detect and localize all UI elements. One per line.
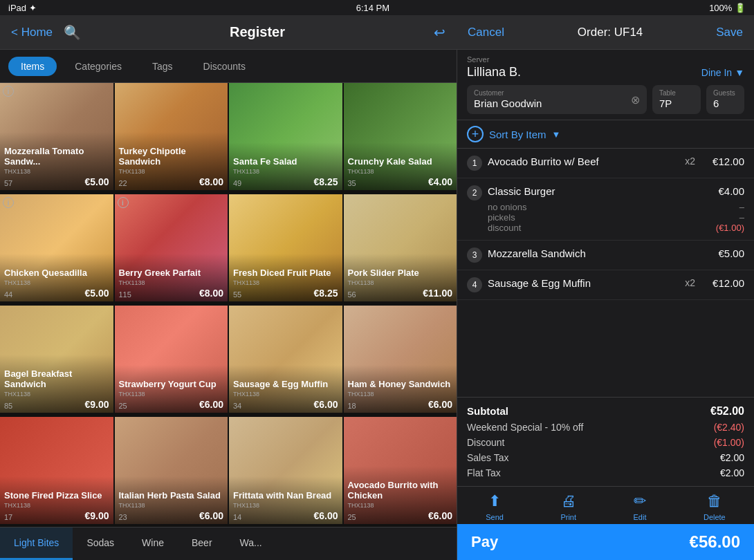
print-label: Print — [560, 513, 576, 521]
item-overlay: Frittata with Nan Bread THX1138 14 €6.00 — [229, 476, 342, 524]
category-tab[interactable]: Beer — [178, 528, 226, 560]
item-overlay: Ham & Honey Sandwich THX1138 18 €6.00 — [344, 365, 457, 413]
dine-in-button[interactable]: Dine In ▼ — [701, 67, 744, 78]
order-item-left: 3 Mozzarella Sandwich — [467, 248, 586, 263]
customer-field[interactable]: Customer Brian Goodwin ⊗ — [467, 85, 647, 114]
discount2-row: Discount (€1.00) — [467, 435, 744, 450]
item-card[interactable]: Pork Slider Plate THX1138 56 €11.00 — [344, 194, 457, 301]
table-field[interactable]: Table 7P — [652, 85, 701, 114]
item-card[interactable]: i Chicken Quesadilla THX1138 44 €5.00 — [0, 194, 113, 301]
customer-clear-button[interactable]: ⊗ — [631, 93, 640, 106]
item-code: THX1138 — [119, 168, 224, 175]
item-card[interactable]: Ham & Honey Sandwich THX1138 18 €6.00 — [344, 306, 457, 413]
main-content: Items Categories Tags Discounts i Mozzer… — [0, 50, 754, 560]
save-button[interactable]: Save — [716, 26, 743, 39]
item-card[interactable]: i Berry Greek Parfait THX1138 115 €8.00 — [115, 194, 228, 301]
item-name: Ham & Honey Sandwich — [348, 379, 453, 390]
subtotal-label: Subtotal — [467, 405, 508, 418]
item-card[interactable]: Sausage & Egg Muffin THX1138 34 €6.00 — [229, 306, 342, 413]
order-item[interactable]: 3 Mozzarella Sandwich €5.00 — [457, 241, 754, 270]
item-card[interactable]: Strawberry Yogurt Cup THX1138 25 €6.00 — [115, 306, 228, 413]
item-code: THX1138 — [119, 279, 224, 286]
discount2-value: (€1.00) — [714, 437, 744, 448]
item-card[interactable]: Avocado Burrito with Chicken THX1138 25 … — [344, 417, 457, 524]
item-card[interactable]: Bagel Breakfast Sandwich THX1138 85 €9.0… — [0, 306, 113, 413]
mod-row: no onions – — [488, 202, 744, 212]
send-button[interactable]: ⬆Send — [486, 492, 504, 521]
category-tab[interactable]: Wine — [128, 528, 178, 560]
item-code: THX1138 — [4, 502, 109, 509]
item-name: Sausage & Egg Muffin — [233, 379, 338, 390]
tab-items[interactable]: Items — [8, 57, 57, 76]
tax-label: Sales Tax — [467, 452, 508, 463]
guests-field[interactable]: Guests 6 — [706, 85, 744, 114]
item-code: THX1138 — [348, 391, 453, 398]
back-button[interactable]: ↩ — [434, 24, 445, 41]
item-qty: 85 — [4, 402, 12, 410]
order-item-right: x2 €12.00 — [685, 156, 744, 167]
category-tab[interactable]: Wa... — [226, 528, 276, 560]
order-qty: x2 — [685, 277, 695, 288]
item-overlay: Chicken Quesadilla THX1138 44 €5.00 — [0, 254, 113, 301]
item-code: THX1138 — [233, 391, 338, 398]
category-tab[interactable]: Sodas — [73, 528, 128, 560]
pay-amount: €56.00 — [690, 532, 740, 552]
item-price: €8.00 — [199, 288, 223, 299]
item-card[interactable]: Frittata with Nan Bread THX1138 14 €6.00 — [229, 417, 342, 524]
item-qty: 56 — [348, 290, 356, 299]
item-card[interactable]: i Mozzeralla Tomato Sandw... THX1138 57 … — [0, 83, 113, 190]
item-card[interactable]: Santa Fe Salad THX1138 49 €8.25 — [229, 83, 342, 190]
item-qty: 22 — [119, 179, 127, 187]
order-item-mods: no onions – pickels – discount (€1.00) — [467, 202, 744, 233]
item-card[interactable]: Crunchy Kale Salad THX1138 35 €4.00 — [344, 83, 457, 190]
item-overlay: Pork Slider Plate THX1138 56 €11.00 — [344, 254, 457, 301]
header-left: < Home 🔍 Register ↩ — [0, 15, 457, 50]
category-tab[interactable]: Light Bites — [0, 528, 73, 560]
order-item-name: Sausage & Egg Muffin — [488, 277, 591, 289]
print-button[interactable]: 🖨Print — [560, 492, 576, 521]
item-price: €6.00 — [428, 510, 452, 521]
customer-name: Brian Goodwin — [474, 97, 542, 109]
item-card[interactable]: Fresh Diced Fruit Plate THX1138 55 €8.25 — [229, 194, 342, 301]
order-price: €5.00 — [706, 248, 744, 259]
item-overlay: Stone Fired Pizza Slice THX1138 17 €9.00 — [0, 476, 113, 524]
item-price: €6.00 — [428, 399, 452, 410]
mod-row: pickels – — [488, 212, 744, 223]
table-value: 7P — [659, 97, 672, 109]
edit-button[interactable]: ✏Edit — [634, 492, 647, 521]
tab-discounts[interactable]: Discounts — [191, 57, 258, 76]
sort-add-button[interactable]: + — [467, 126, 484, 142]
search-button[interactable]: 🔍 — [64, 24, 81, 41]
item-card[interactable]: Italian Herb Pasta Salad THX1138 23 €6.0… — [115, 417, 228, 524]
order-item[interactable]: 2 Classic Burger €4.00 no onions – picke… — [457, 178, 754, 241]
tab-tags[interactable]: Tags — [140, 57, 185, 76]
home-button[interactable]: < Home — [11, 26, 53, 39]
discount1-row: Weekend Special - 10% off (€2.40) — [467, 420, 744, 435]
pay-bar[interactable]: Pay €56.00 — [457, 524, 754, 560]
item-overlay: Strawberry Yogurt Cup THX1138 25 €6.00 — [115, 365, 228, 413]
item-bottom: 25 €6.00 — [119, 399, 224, 410]
order-item-name: Mozzarella Sandwich — [488, 248, 586, 259]
tab-categories[interactable]: Categories — [62, 57, 134, 76]
totals-section: Subtotal €52.00 Weekend Special - 10% of… — [457, 397, 754, 486]
item-code: THX1138 — [233, 279, 338, 286]
order-num: 2 — [467, 185, 482, 200]
edit-icon: ✏ — [634, 492, 646, 510]
order-item[interactable]: 4 Sausage & Egg Muffin x2 €12.00 — [457, 270, 754, 300]
discount1-label: Weekend Special - 10% off — [467, 422, 583, 433]
item-card[interactable]: Stone Fired Pizza Slice THX1138 17 €9.00 — [0, 417, 113, 524]
item-qty: 25 — [348, 513, 356, 521]
server-label: Server — [467, 55, 744, 64]
cancel-button[interactable]: Cancel — [468, 26, 504, 39]
item-price: €8.25 — [313, 288, 338, 299]
item-overlay: Santa Fe Salad THX1138 49 €8.25 — [229, 142, 342, 190]
flat-tax-label: Flat Tax — [467, 467, 501, 478]
tax-value: €2.00 — [720, 452, 744, 463]
header: < Home 🔍 Register ↩ Cancel Order: UF14 S… — [0, 15, 754, 50]
item-card[interactable]: Turkey Chipotle Sandwich THX1138 22 €8.0… — [115, 83, 228, 190]
order-item[interactable]: 1 Avocado Burrito w/ Beef x2 €12.00 — [457, 149, 754, 178]
delete-button[interactable]: 🗑Delete — [704, 492, 726, 521]
item-name: Santa Fe Salad — [233, 156, 338, 167]
sort-label: Sort By Item — [489, 129, 546, 140]
left-panel: Items Categories Tags Discounts i Mozzer… — [0, 50, 457, 560]
